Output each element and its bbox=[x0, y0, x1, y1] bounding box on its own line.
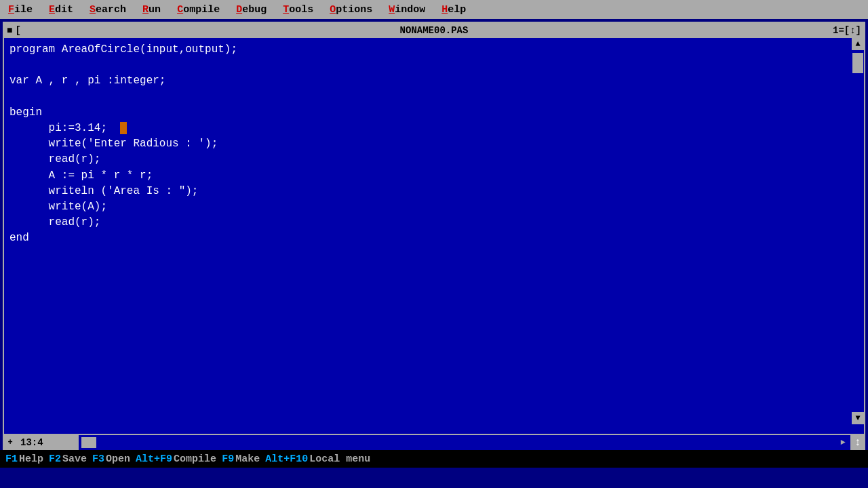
menu-run[interactable]: Run bbox=[140, 3, 163, 17]
fkey-f1-key: F1 bbox=[5, 453, 18, 465]
text-cursor bbox=[120, 122, 127, 134]
code-line-5: begin bbox=[9, 106, 42, 119]
code-line-13: end bbox=[9, 232, 29, 244]
scroll-track-horizontal[interactable] bbox=[79, 435, 835, 450]
fkey-f2-label: Save bbox=[62, 453, 87, 465]
code-line-10: writeln ('Area Is : "); bbox=[9, 185, 198, 197]
fkey-altf9-key: Alt+F9 bbox=[136, 453, 172, 465]
fkey-altf10-label: Local menu bbox=[309, 453, 370, 465]
menu-debug[interactable]: Debug bbox=[233, 3, 269, 17]
code-line-11: write(A); bbox=[9, 201, 107, 213]
scroll-thumb-horizontal[interactable] bbox=[81, 437, 96, 448]
status-position: 13:4 bbox=[18, 435, 79, 450]
fkey-altf9[interactable]: Alt+F9 Compile bbox=[136, 453, 216, 465]
menu-tools[interactable]: Tools bbox=[280, 3, 316, 17]
code-line-8: read(r); bbox=[9, 153, 100, 165]
editor-scroll-icon[interactable]: 1=[↕] bbox=[833, 25, 861, 36]
menu-search[interactable]: Search bbox=[87, 3, 129, 17]
menu-file[interactable]: File bbox=[5, 3, 35, 17]
fkey-f3-key: F3 bbox=[92, 453, 104, 465]
code-line-12: read(r); bbox=[9, 216, 100, 228]
scroll-up-button[interactable]: ▲ bbox=[852, 38, 864, 50]
editor-title-right: 1=[↕] bbox=[833, 25, 861, 36]
fkey-altf10[interactable]: Alt+F10 Local menu bbox=[265, 453, 370, 465]
cursor-position: 13:4 bbox=[20, 437, 43, 448]
fkey-f3-label: Open bbox=[106, 453, 130, 465]
code-line-7: write('Enter Radious : '); bbox=[9, 138, 218, 150]
menu-edit[interactable]: Edit bbox=[46, 3, 76, 17]
editor-titlebar: ■ [ NONAME00.PAS 1=[↕] bbox=[4, 23, 864, 38]
menu-help[interactable]: Help bbox=[439, 3, 469, 17]
editor-filename: NONAME00.PAS bbox=[400, 25, 469, 36]
menu-bar: File Edit Search Run Compile Debug Tools… bbox=[0, 0, 868, 19]
menu-options[interactable]: Options bbox=[327, 3, 375, 17]
menu-window[interactable]: Window bbox=[386, 3, 428, 17]
code-line-6: pi:=3.14; bbox=[9, 122, 127, 134]
scroll-corner: ↕ bbox=[850, 435, 865, 450]
fkey-f9-label: Make bbox=[235, 453, 260, 465]
editor-title-bracket-left: [ bbox=[15, 25, 20, 36]
fkey-f2-key: F2 bbox=[49, 453, 61, 465]
scroll-right-button[interactable]: ► bbox=[835, 435, 850, 450]
fkey-f1-label: Help bbox=[19, 453, 43, 465]
editor-title-left[interactable]: ■ [ bbox=[7, 25, 21, 36]
editor-window: ■ [ NONAME00.PAS 1=[↕] program AreaOfCir… bbox=[3, 22, 865, 435]
fkey-f1[interactable]: F1 Help bbox=[5, 453, 43, 465]
funckey-bar: F1 Help F2 Save F3 Open Alt+F9 Compile F… bbox=[0, 450, 868, 468]
scroll-thumb-vertical[interactable] bbox=[852, 53, 863, 73]
code-line-1: program AreaOfCircle(input,output); bbox=[9, 43, 237, 56]
fkey-altf10-key: Alt+F10 bbox=[265, 453, 308, 465]
menu-compile[interactable]: Compile bbox=[174, 3, 222, 17]
code-line-9: A := pi * r * r; bbox=[9, 169, 153, 182]
fkey-f9[interactable]: F9 Make bbox=[222, 453, 260, 465]
horizontal-scrollbar: + 13:4 ► ↕ bbox=[3, 435, 865, 450]
scroll-left-button[interactable]: + bbox=[3, 435, 18, 450]
fkey-f9-key: F9 bbox=[222, 453, 234, 465]
scroll-down-button[interactable]: ▼ bbox=[852, 412, 864, 424]
fkey-f2[interactable]: F2 Save bbox=[49, 453, 87, 465]
code-area[interactable]: program AreaOfCircle(input,output); var … bbox=[4, 38, 864, 424]
editor-close-icon[interactable]: ■ bbox=[7, 25, 12, 36]
fkey-altf9-label: Compile bbox=[174, 453, 216, 465]
fkey-f3[interactable]: F3 Open bbox=[92, 453, 130, 465]
code-line-3: var A , r , pi :integer; bbox=[9, 75, 165, 87]
scrollbar-right: ▲ ▼ bbox=[852, 38, 864, 424]
